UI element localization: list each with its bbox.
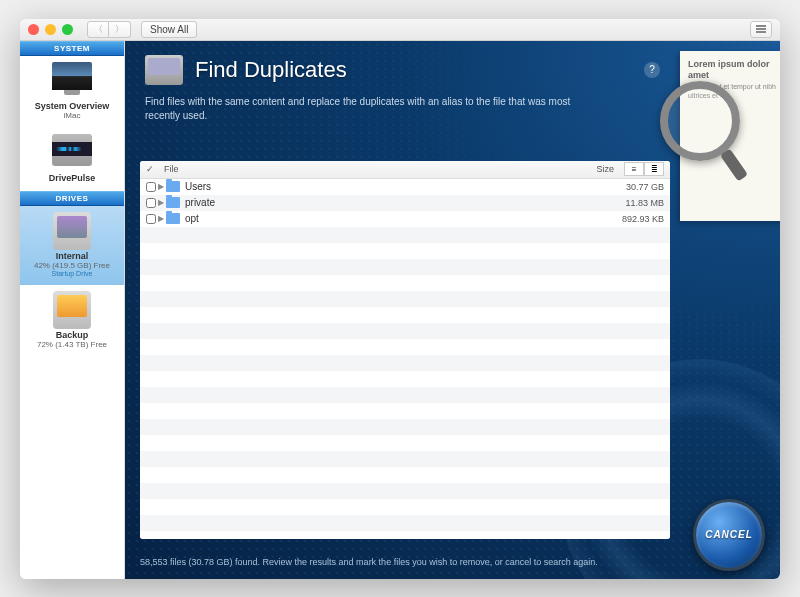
disclosure-icon[interactable]: ▶	[156, 198, 166, 207]
status-text: 58,553 files (30.78 GB) found. Review th…	[140, 557, 660, 567]
page-description: Find files with the same content and rep…	[125, 95, 625, 133]
sidebar-item-backup[interactable]: Backup 72% (1.43 TB) Free	[20, 285, 124, 357]
traffic-lights	[28, 24, 73, 35]
row-size: 892.93 KB	[594, 214, 664, 224]
app-window: 〈 〉 Show All SYSTEM System Overview iMac…	[20, 19, 780, 579]
sidebar-item-internal[interactable]: Internal 42% (419.5 GB) Free Startup Dri…	[20, 206, 124, 285]
view-toggle: ≡ ≣	[624, 162, 664, 176]
col-size[interactable]: Size	[548, 164, 618, 174]
row-name: Users	[185, 181, 594, 192]
sidebar-item-drivepulse[interactable]: DrivePulse	[20, 128, 124, 191]
sidebar-item-label: Internal	[24, 251, 120, 261]
disclosure-icon[interactable]: ▶	[156, 182, 166, 191]
sidebar-item-system-overview[interactable]: System Overview iMac	[20, 56, 124, 128]
show-all-button[interactable]: Show All	[141, 21, 197, 38]
cancel-button[interactable]: CANCEL	[693, 499, 765, 571]
sidebar-item-label: System Overview	[24, 101, 120, 111]
row-name: private	[185, 197, 594, 208]
nav-buttons: 〈 〉	[87, 21, 131, 38]
disclosure-icon[interactable]: ▶	[156, 214, 166, 223]
folder-icon	[166, 197, 180, 208]
row-checkbox[interactable]	[146, 182, 156, 192]
table-row[interactable]: ▶ private 11.83 MB	[140, 195, 670, 211]
magnifier-icon	[660, 81, 740, 161]
sidebar-header-system: SYSTEM	[20, 41, 124, 56]
main-panel: Lorem ipsum dolor ametsed velit ut et te…	[125, 41, 780, 579]
titlebar: 〈 〉 Show All	[20, 19, 780, 41]
forward-button[interactable]: 〉	[109, 21, 131, 38]
sidebar-item-sub: iMac	[24, 111, 120, 120]
folder-icon	[166, 213, 180, 224]
file-list-header: ✓ File Size ≡ ≣	[140, 161, 670, 179]
table-row[interactable]: ▶ Users 30.77 GB	[140, 179, 670, 195]
view-compact-button[interactable]: ≣	[644, 162, 664, 176]
sidebar-item-tag: Startup Drive	[24, 270, 120, 277]
file-list[interactable]: ▶ Users 30.77 GB ▶ private 11.83 MB	[140, 179, 670, 539]
sidebar-item-sub: 42% (419.5 GB) Free	[24, 261, 120, 270]
imac-icon	[48, 62, 96, 98]
pulse-icon	[48, 134, 96, 170]
content: SYSTEM System Overview iMac DrivePulse D…	[20, 41, 780, 579]
page-title: Find Duplicates	[195, 57, 347, 83]
file-list-panel: ✓ File Size ≡ ≣ ▶ Users 30.77 GB	[140, 161, 670, 539]
sidebar-item-sub: 72% (1.43 TB) Free	[24, 340, 120, 349]
row-name: opt	[185, 213, 594, 224]
sidebar-item-label: DrivePulse	[24, 173, 120, 183]
back-button[interactable]: 〈	[87, 21, 109, 38]
menu-icon[interactable]	[750, 21, 772, 38]
col-file[interactable]: File	[160, 164, 548, 174]
drive-scan-icon	[145, 55, 183, 85]
col-check[interactable]: ✓	[146, 164, 160, 174]
view-list-button[interactable]: ≡	[624, 162, 644, 176]
row-size: 11.83 MB	[594, 198, 664, 208]
sidebar-item-label: Backup	[24, 330, 120, 340]
close-icon[interactable]	[28, 24, 39, 35]
table-row[interactable]: ▶ opt 892.93 KB	[140, 211, 670, 227]
hdd-icon	[48, 291, 96, 327]
row-size: 30.77 GB	[594, 182, 664, 192]
folder-icon	[166, 181, 180, 192]
help-button[interactable]: ?	[644, 62, 660, 78]
sidebar-header-drives: DRIVES	[20, 191, 124, 206]
row-checkbox[interactable]	[146, 198, 156, 208]
zoom-icon[interactable]	[62, 24, 73, 35]
row-checkbox[interactable]	[146, 214, 156, 224]
minimize-icon[interactable]	[45, 24, 56, 35]
hdd-icon	[48, 212, 96, 248]
sidebar: SYSTEM System Overview iMac DrivePulse D…	[20, 41, 125, 579]
